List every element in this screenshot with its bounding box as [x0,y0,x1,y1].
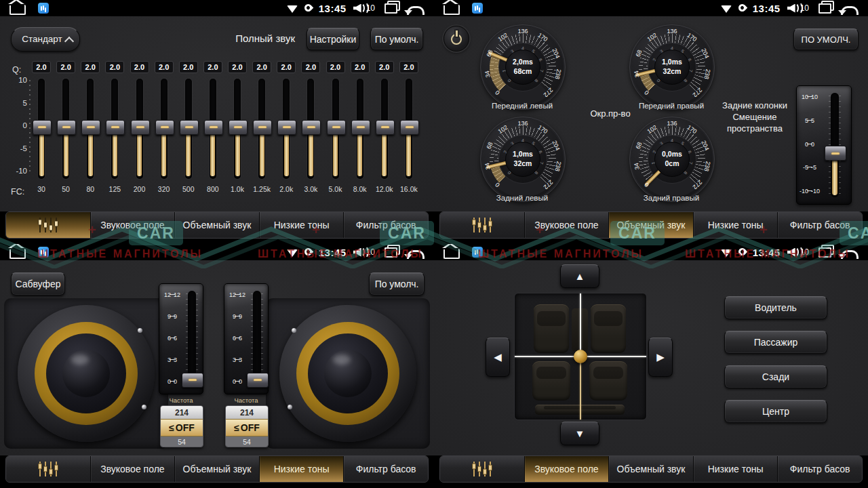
recents-icon[interactable] [384,3,397,14]
arrow-up-button[interactable]: ▲ [560,264,599,288]
tab-equalizer[interactable] [6,212,90,238]
home-icon[interactable] [9,249,26,259]
tab-surround-sound[interactable]: Объемный звук [608,212,693,238]
eq-band-slider[interactable] [252,77,272,180]
recents-icon[interactable] [818,3,831,14]
q-value[interactable]: 2.0 [179,61,198,73]
tab-sound-field[interactable]: Звуковое поле [524,212,609,238]
q-value[interactable]: 2.0 [228,61,247,73]
listening-position-marker[interactable] [574,350,587,363]
preset-dropdown[interactable]: Стандарт [11,27,80,52]
tab-low-tones[interactable]: Низкие тоны [693,212,778,238]
default-button[interactable]: ПО УМОЛЧ. [793,28,859,50]
q-value[interactable]: 2.0 [203,61,222,73]
slider-scale-left: 1050-5-10 [799,92,810,199]
q-value[interactable]: 2.0 [252,61,271,73]
subwoofer-level-slider[interactable]: 129630129630 [224,283,269,394]
q-value[interactable]: 2.0 [326,61,345,73]
picker-selected-value[interactable]: ≤OFF [161,419,203,436]
q-value[interactable]: 2.0 [105,61,124,73]
eq-band-slider[interactable] [399,77,419,180]
q-value[interactable]: 2.0 [81,61,100,73]
eq-band-slider[interactable] [178,77,199,180]
eq-band-slider[interactable] [31,77,52,180]
tab-low-tones[interactable]: Низкие тоны [259,456,344,482]
tab-surround-sound[interactable]: Объемный звук [174,212,259,238]
eq-band-slider[interactable] [56,77,76,180]
settings-button[interactable]: Настройки [307,28,359,50]
tab-bass-filter[interactable]: Фильтр басов [777,212,862,238]
eq-band-slider[interactable] [276,77,296,180]
slider-track-area[interactable] [248,289,266,388]
tab-sound-field[interactable]: Звуковое поле [90,212,175,238]
home-icon[interactable] [443,5,460,15]
q-value[interactable]: 2.0 [56,61,75,73]
tab-surround-sound[interactable]: Объемный звук [174,456,259,482]
eq-band-slider[interactable] [80,77,100,180]
passenger-button[interactable]: Пассажир [724,331,827,354]
tab-bass-filter[interactable]: Фильтр басов [343,456,428,482]
q-value[interactable]: 2.0 [32,61,51,73]
back-icon[interactable] [407,6,425,15]
q-value[interactable]: 2.0 [130,61,149,73]
app-icon[interactable] [38,3,49,14]
back-icon[interactable] [841,250,859,259]
frequency-picker[interactable]: 214≤OFF54 [160,405,203,447]
rear-offset-slider[interactable]: 1050-5-101050-5-10 [796,85,852,205]
q-value[interactable]: 2.0 [399,61,418,73]
tab-sound-field[interactable]: Звуковое поле [90,456,175,482]
tab-low-tones[interactable]: Низкие тоны [259,212,344,238]
arrow-left-button[interactable]: ◀ [486,338,510,377]
center-button[interactable]: Центр [724,400,827,423]
default-button[interactable]: По умолч. [369,272,425,296]
q-value[interactable]: 2.0 [155,61,174,73]
tab-bass-filter[interactable]: Фильтр басов [343,212,428,238]
arrow-down-button[interactable]: ▼ [560,422,599,445]
power-button[interactable] [443,26,469,52]
eq-band-slider[interactable] [104,77,125,180]
arrow-right-button[interactable]: ▶ [648,338,673,377]
back-icon[interactable] [407,250,425,259]
tab-low-tones[interactable]: Низкие тоны [693,456,778,482]
back-icon[interactable] [841,6,859,15]
slider-track-area[interactable] [183,289,201,388]
tab-equalizer[interactable] [440,212,524,238]
q-value[interactable]: 2.0 [301,61,320,73]
driver-button[interactable]: Водитель [724,296,827,319]
subwoofer-level-slider[interactable]: 129630129630 [159,283,203,394]
app-icon[interactable] [472,247,483,258]
eq-band-slider[interactable] [374,77,395,180]
tab-bass-filter[interactable]: Фильтр басов [777,456,862,482]
tab-sound-field[interactable]: Звуковое поле [524,456,609,482]
app-icon[interactable] [38,247,49,258]
home-icon[interactable] [443,249,460,259]
recents-icon[interactable] [384,247,397,258]
home-icon[interactable] [9,5,26,15]
app-icon[interactable] [472,3,483,14]
default-button[interactable]: По умолч. [370,28,423,50]
eq-band-slider[interactable] [300,77,321,180]
eq-band-slider[interactable] [350,77,370,180]
recents-icon[interactable] [818,247,831,258]
q-value[interactable]: 2.0 [277,61,296,73]
q-value[interactable]: 2.0 [351,61,370,73]
slider-track-area[interactable] [821,92,849,199]
eq-band-slider[interactable] [154,77,174,180]
eq-band-slider[interactable] [130,77,150,180]
picker-selected-value[interactable]: ≤OFF [226,419,268,436]
delay-dial[interactable]: 0123456780,0ms0cm03468102136170204238272 [629,117,715,202]
eq-band-slider[interactable] [227,77,248,180]
delay-dial[interactable]: 0123456782,0ms68cm0346810213617020423827… [480,24,566,110]
eq-band-slider[interactable] [326,77,346,180]
subwoofer-title-button[interactable]: Сабвуфер [11,272,65,296]
rear-button[interactable]: Сзади [724,365,827,388]
tab-equalizer[interactable] [440,456,524,482]
delay-dial[interactable]: 0123456781,0ms32cm0346810213617020423827… [480,117,566,202]
tab-equalizer[interactable] [6,456,90,482]
q-value[interactable]: 2.0 [375,61,394,73]
delay-dial[interactable]: 0123456781,0ms32cm0346810213617020423827… [629,24,715,110]
seat-map[interactable] [514,293,647,420]
tab-surround-sound[interactable]: Объемный звук [608,456,693,482]
eq-band-slider[interactable] [203,77,223,180]
frequency-picker[interactable]: 214≤OFF54 [225,405,269,447]
